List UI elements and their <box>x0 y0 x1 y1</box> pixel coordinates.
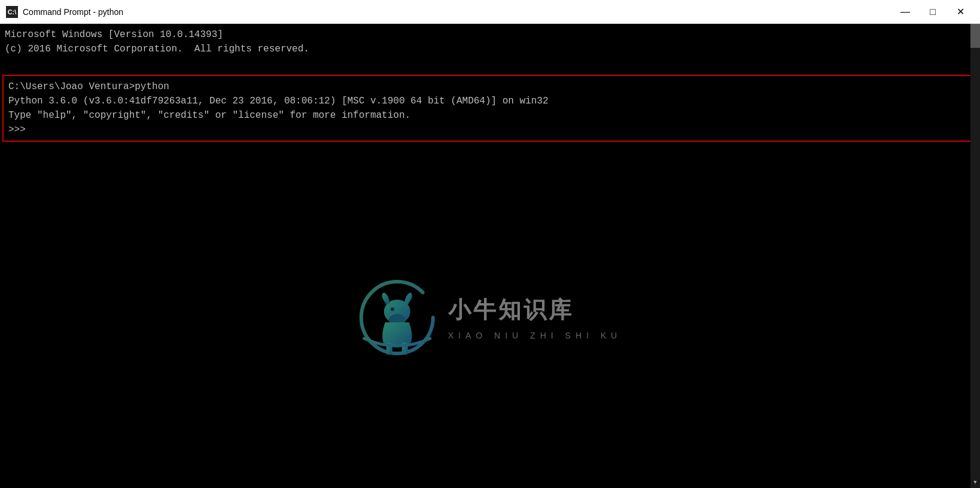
minimize-button[interactable]: — <box>891 0 919 24</box>
terminal-line-2: (c) 2016 Microsoft Corporation. All righ… <box>5 42 975 56</box>
close-button[interactable]: ✕ <box>946 0 974 24</box>
highlight-line-3: Type "help", "copyright", "credits" or "… <box>8 108 972 123</box>
highlight-line-4: >>> <box>8 123 972 137</box>
maximize-button[interactable]: □ <box>919 0 946 24</box>
highlight-box: C:\Users\Joao Ventura>python Python 3.6.… <box>2 75 978 142</box>
svg-point-3 <box>391 307 394 311</box>
window-controls: — □ ✕ <box>891 0 974 24</box>
logo-icon <box>358 279 436 356</box>
watermark-pinyin-text: XIAO NIU ZHI SHI KU <box>448 330 622 342</box>
scrollbar-thumb[interactable] <box>970 24 980 48</box>
watermark-text-group: 小牛知识库 XIAO NIU ZHI SHI KU <box>448 293 622 342</box>
titlebar: C:\ Command Prompt - python — □ ✕ <box>0 0 980 24</box>
window-title: Command Prompt - python <box>23 7 891 17</box>
terminal-line-1: Microsoft Windows [Version 10.0.14393] <box>5 28 975 42</box>
app-icon: C:\ <box>6 6 18 18</box>
highlight-line-1: C:\Users\Joao Ventura>python <box>8 80 972 94</box>
terminal-window: Microsoft Windows [Version 10.0.14393] (… <box>0 24 980 488</box>
watermark: 小牛知识库 XIAO NIU ZHI SHI KU <box>358 279 622 356</box>
scrollbar[interactable]: ▲ ▼ <box>970 24 980 488</box>
watermark-chinese-text: 小牛知识库 <box>448 293 622 327</box>
highlight-line-2: Python 3.6.0 (v3.6.0:41df79263a11, Dec 2… <box>8 94 972 108</box>
scrollbar-down-arrow[interactable]: ▼ <box>970 478 980 488</box>
